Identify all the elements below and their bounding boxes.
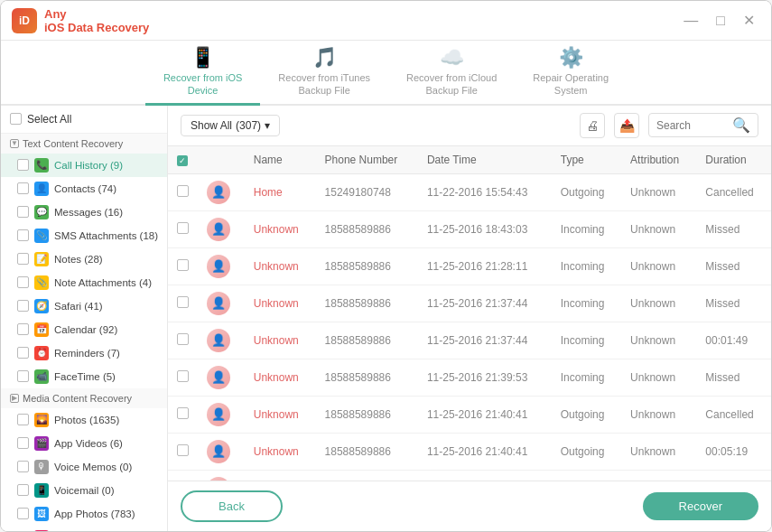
row-checkbox[interactable] [177,407,189,419]
voicemail-icon: 📱 [34,483,49,498]
tab-ios[interactable]: 📱 Recover from iOSDevice [145,41,260,106]
contacts-checkbox[interactable] [17,182,29,194]
row-type: Incoming [552,247,621,285]
row-name: Unknown [245,322,316,359]
voicemail-checkbox[interactable] [17,484,29,496]
search-input[interactable] [656,119,729,132]
safari-checkbox[interactable] [17,300,29,312]
row-phone: 01068141906 [316,470,418,481]
facetime-checkbox[interactable] [17,370,29,382]
tab-icloud-icon: ☁️ [440,46,464,70]
sms-attachments-icon: 📎 [34,229,49,243]
messages-checkbox[interactable] [17,206,29,218]
call-history-icon: 📞 [34,158,49,173]
note-attachments-checkbox[interactable] [17,276,29,288]
select-all[interactable]: Select All [1,106,167,134]
photos-checkbox[interactable] [17,414,29,425]
row-checkbox-cell [168,433,198,470]
section-collapse-text[interactable]: ▼ [10,139,19,148]
calendar-checkbox[interactable] [17,323,29,335]
app-videos-checkbox[interactable] [17,437,29,449]
row-avatar: 👤 [207,255,230,278]
table-row[interactable]: 👤 Unknown 18588589886 11-25-2016 18:43:0… [168,210,771,247]
table-row[interactable]: 👤 Unknown 18588589886 11-25-2016 21:40:4… [168,433,771,470]
tab-icloud[interactable]: ☁️ Recover from iCloudBackup File [388,41,515,106]
sidebar-item-app-audio[interactable]: 🎵 App Audio (1) [1,526,167,531]
app-subtitle: Any [44,7,149,21]
row-checkbox[interactable] [177,259,189,271]
row-duration: Missed [696,359,771,396]
sidebar-item-note-attachments[interactable]: 📎 Note Attachments (4) [1,271,167,294]
sidebar-item-app-videos[interactable]: 🎬 App Videos (6) [1,432,167,455]
reminders-checkbox[interactable] [17,347,29,359]
row-avatar: 👤 [207,292,230,315]
row-avatar-cell: 👤 [198,285,245,322]
notes-checkbox[interactable] [17,253,29,265]
show-all-button[interactable]: Show All (307) ▾ [181,115,280,136]
section-collapse-media[interactable]: ▶ [10,394,19,403]
select-all-checkbox[interactable] [10,113,22,125]
header-datetime[interactable]: Date Time [418,146,552,174]
row-checkbox[interactable] [177,296,189,308]
row-datetime: 11-25-2016 21:40:41 [418,433,552,470]
recover-button[interactable]: Recover [643,492,758,520]
sidebar-item-contacts[interactable]: 👤 Contacts (74) [1,177,167,201]
sidebar-item-reminders[interactable]: ⏰ Reminders (7) [1,341,167,365]
header-type[interactable]: Type [552,146,621,174]
select-all-label: Select All [27,113,71,126]
sidebar-item-calendar[interactable]: 📅 Calendar (92) [1,318,167,341]
sidebar-item-notes[interactable]: 📝 Notes (28) [1,247,167,271]
table-row[interactable]: 👤 Unknown 18588589886 11-25-2016 21:37:4… [168,322,771,359]
sidebar-item-sms-attachments[interactable]: 📎 SMS Attachments (18) [1,224,167,247]
header-attribution[interactable]: Attribution [621,146,696,174]
sidebar-item-photos[interactable]: 🌄 Photos (1635) [1,408,167,432]
sidebar-item-facetime[interactable]: 📹 FaceTime (5) [1,365,167,388]
voice-memos-label: Voice Memos (0) [54,462,132,472]
app-photos-checkbox[interactable] [17,508,29,519]
row-attribution: Unknown [621,359,696,396]
row-checkbox[interactable] [177,185,189,197]
row-checkbox-cell [168,396,198,433]
row-phone: 18588589886 [316,359,418,396]
sidebar-item-voice-memos[interactable]: 🎙 Voice Memos (0) [1,455,167,479]
header-name[interactable]: Name [245,146,316,174]
row-checkbox[interactable] [177,333,189,345]
messages-icon: 💬 [34,205,49,219]
sidebar-item-messages[interactable]: 💬 Messages (16) [1,201,167,224]
table-row[interactable]: 👤 Unknown 18588589886 11-25-2016 21:40:4… [168,396,771,433]
export-button[interactable]: 📤 [614,113,639,138]
photos-icon: 🌄 [34,413,49,427]
voice-memos-checkbox[interactable] [17,461,29,472]
minimize-button[interactable]: — [678,11,703,31]
row-datetime: 11-25-2016 18:43:03 [418,210,552,247]
call-history-checkbox[interactable] [17,159,29,171]
maximize-button[interactable]: □ [711,11,730,31]
row-datetime: 11-25-2016 21:37:44 [418,322,552,359]
sidebar-item-call-history[interactable]: 📞 Call History (9) [1,154,167,177]
row-name: Unknown [245,247,316,285]
sidebar-item-app-photos[interactable]: 🖼 App Photos (783) [1,502,167,526]
row-checkbox[interactable] [177,222,189,234]
sidebar-item-safari[interactable]: 🧭 Safari (41) [1,294,167,318]
sidebar-item-voicemail[interactable]: 📱 Voicemail (0) [1,479,167,502]
close-button[interactable]: ✕ [738,10,760,31]
row-checkbox[interactable] [177,370,189,382]
back-button[interactable]: Back [181,490,283,522]
row-type: Incoming [552,285,621,322]
row-type: Incoming [552,359,621,396]
table-row[interactable]: 👤 Unknown 18588589886 11-25-2016 21:28:1… [168,247,771,285]
row-duration: Missed [696,247,771,285]
header-duration[interactable]: Duration [696,146,771,174]
tab-repair[interactable]: ⚙️ Repair OperatingSystem [515,41,627,106]
table-row[interactable]: 👤 Unknown 18588589886 11-25-2016 21:37:4… [168,285,771,322]
print-button[interactable]: 🖨 [580,113,605,138]
sms-attachments-checkbox[interactable] [17,229,29,241]
row-phone: 18588589886 [316,285,418,322]
table-row[interactable]: 👤 Unknown 01068141906 11-30-2016 10:01:3… [168,470,771,481]
row-checkbox[interactable] [177,444,189,456]
tab-itunes[interactable]: 🎵 Recover from iTunesBackup File [260,41,388,106]
table-row[interactable]: 👤 Unknown 18588589886 11-25-2016 21:39:5… [168,359,771,396]
header-phone[interactable]: Phone Number [316,146,418,174]
table-row[interactable]: 👤 Home 15249180748 11-22-2016 15:54:43 O… [168,173,771,210]
record-count: (307) [236,119,261,132]
